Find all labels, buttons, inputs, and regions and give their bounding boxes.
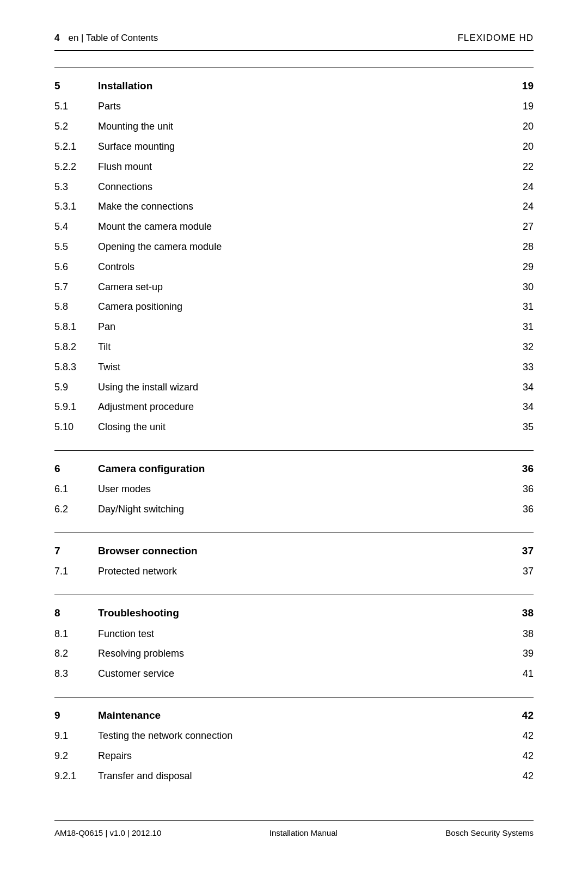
toc-sub-page-5-6: 29 (523, 259, 534, 275)
toc-sub-num-5-3-1: 5.3.1 (54, 199, 98, 215)
toc-sub-label-5-8: Camera positioning (98, 299, 182, 315)
toc-sub-num-5-8-3: 5.8.3 (54, 359, 98, 375)
toc-sub-num-5-7: 5.7 (54, 279, 98, 295)
toc-sub-label-6-2: Day/Night switching (98, 501, 184, 517)
toc-section-num-5: 5 (54, 78, 98, 94)
toc-sub-page-5-10: 35 (523, 419, 534, 435)
toc-sub-page-8-2: 39 (523, 646, 534, 662)
toc-row-5-7: 5.7Camera set-up30 (54, 277, 534, 297)
toc-sub-num-6-2: 6.2 (54, 501, 98, 517)
toc-sub-page-8-1: 38 (523, 626, 534, 642)
header-brand: FLEXIDOME HD (457, 33, 534, 44)
toc-sub-label-7-1: Protected network (98, 564, 177, 579)
toc-section-header-8: 8Troubleshooting38 (54, 603, 534, 623)
toc-sub-num-5-8-1: 5.8.1 (54, 319, 98, 335)
toc-section-label-8: Troubleshooting (98, 605, 179, 621)
toc-section-num-7: 7 (54, 543, 98, 559)
toc-sub-page-6-1: 36 (523, 481, 534, 497)
toc-sub-num-5-5: 5.5 (54, 239, 98, 255)
toc-sub-num-5-2: 5.2 (54, 119, 98, 134)
toc-sub-label-5-9: Using the install wizard (98, 380, 198, 395)
toc-sub-label-5-9-1: Adjustment procedure (98, 399, 194, 415)
toc-sub-num-8-1: 8.1 (54, 626, 98, 642)
toc-row-5-3: 5.3Connections24 (54, 177, 534, 197)
toc-sub-page-7-1: 37 (523, 564, 534, 579)
toc-section-num-6: 6 (54, 461, 98, 477)
toc-sub-num-9-1: 9.1 (54, 728, 98, 744)
toc-section-7: 7Browser connection377.1Protected networ… (54, 533, 534, 582)
footer-center: Installation Manual (270, 828, 338, 837)
toc-row-5-3-1: 5.3.1Make the connections24 (54, 197, 534, 217)
toc-sub-num-5-10: 5.10 (54, 419, 98, 435)
toc-section-header-7: 7Browser connection37 (54, 541, 534, 561)
toc-row-5-2: 5.2Mounting the unit20 (54, 117, 534, 137)
toc-row-5-9-1: 5.9.1Adjustment procedure34 (54, 397, 534, 417)
toc-sub-label-9-2: Repairs (98, 748, 132, 764)
toc-sub-page-5-3: 24 (523, 179, 534, 195)
toc-sub-page-5-2-2: 22 (523, 159, 534, 175)
toc-sub-page-5-8: 31 (523, 299, 534, 315)
toc-sub-label-5-8-3: Twist (98, 359, 120, 375)
toc-row-5-8-2: 5.8.2Tilt32 (54, 337, 534, 357)
toc-row-6-1: 6.1User modes36 (54, 479, 534, 499)
toc-sub-page-9-1: 42 (523, 728, 534, 744)
toc-sub-page-9-2-1: 42 (523, 768, 534, 784)
toc-row-8-3: 8.3Customer service41 (54, 664, 534, 684)
header-section-label: en | Table of Contents (68, 33, 158, 44)
toc-sub-label-5-3: Connections (98, 179, 152, 195)
toc-sub-label-5-8-1: Pan (98, 319, 115, 335)
toc-sub-label-5-2-2: Flush mount (98, 159, 152, 175)
toc-sub-label-5-10: Closing the unit (98, 419, 166, 435)
toc-sub-page-5-8-2: 32 (523, 339, 534, 355)
page-container: 4 en | Table of Contents FLEXIDOME HD 5I… (0, 0, 588, 881)
toc-row-5-1: 5.1Parts19 (54, 96, 534, 117)
toc-sub-num-5-6: 5.6 (54, 259, 98, 275)
toc-sub-num-9-2-1: 9.2.1 (54, 768, 98, 784)
toc-section-label-9: Maintenance (98, 707, 161, 724)
toc-section-9: 9Maintenance429.1Testing the network con… (54, 697, 534, 786)
toc-sub-num-5-2-2: 5.2.2 (54, 159, 98, 175)
section-divider-7 (54, 533, 534, 533)
toc-section-header-6: 6Camera configuration36 (54, 458, 534, 479)
toc-sub-page-5-8-1: 31 (523, 319, 534, 335)
toc-sub-num-8-3: 8.3 (54, 666, 98, 682)
toc-row-5-4: 5.4Mount the camera module27 (54, 217, 534, 237)
toc-section-num-8: 8 (54, 605, 98, 621)
toc-sub-num-5-4: 5.4 (54, 219, 98, 235)
toc-sub-label-9-2-1: Transfer and disposal (98, 768, 192, 784)
section-divider-9 (54, 697, 534, 698)
toc-sub-num-7-1: 7.1 (54, 564, 98, 579)
toc-sub-page-9-2: 42 (523, 748, 534, 764)
toc-section-num-9: 9 (54, 707, 98, 724)
toc-section-page-9: 42 (522, 707, 534, 724)
toc-sub-num-5-3: 5.3 (54, 179, 98, 195)
toc-row-5-9: 5.9Using the install wizard34 (54, 377, 534, 397)
toc-sub-label-5-2: Mounting the unit (98, 119, 173, 134)
toc-sub-page-6-2: 36 (523, 501, 534, 517)
toc-sub-label-5-6: Controls (98, 259, 134, 275)
toc-row-5-10: 5.10Closing the unit35 (54, 417, 534, 437)
section-divider-6 (54, 450, 534, 451)
toc-section-header-5: 5Installation19 (54, 76, 534, 96)
toc-sub-label-9-1: Testing the network connection (98, 728, 232, 744)
toc-row-6-2: 6.2Day/Night switching36 (54, 499, 534, 519)
toc-row-5-6: 5.6Controls29 (54, 257, 534, 277)
section-divider-5 (54, 68, 534, 68)
toc-sub-page-5-9-1: 34 (523, 399, 534, 415)
toc-sub-num-5-9-1: 5.9.1 (54, 399, 98, 415)
toc-sub-label-5-8-2: Tilt (98, 339, 111, 355)
toc-row-5-8-1: 5.8.1Pan31 (54, 317, 534, 337)
toc-section-6: 6Camera configuration366.1User modes366.… (54, 450, 534, 519)
toc-sub-label-5-1: Parts (98, 99, 121, 114)
toc-row-9-1: 9.1Testing the network connection42 (54, 726, 534, 746)
toc-section-page-7: 37 (522, 543, 534, 559)
toc-content: 5Installation195.1Parts195.2Mounting the… (54, 68, 534, 820)
toc-sub-page-5-4: 27 (523, 219, 534, 235)
toc-sub-label-8-3: Customer service (98, 666, 174, 682)
toc-section-header-9: 9Maintenance42 (54, 705, 534, 726)
toc-sub-label-8-2: Resolving problems (98, 646, 184, 662)
toc-sub-label-5-5: Opening the camera module (98, 239, 222, 255)
page-header: 4 en | Table of Contents FLEXIDOME HD (54, 33, 534, 51)
toc-sub-num-8-2: 8.2 (54, 646, 98, 662)
toc-section-page-6: 36 (522, 461, 534, 477)
